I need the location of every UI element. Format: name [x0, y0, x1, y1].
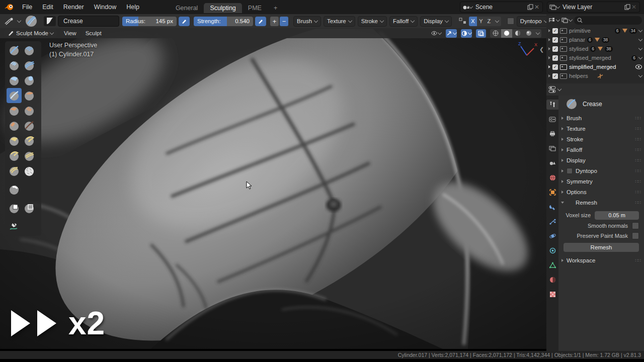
stroke-dropdown[interactable]: Stroke — [358, 16, 387, 27]
brush-clay[interactable] — [7, 58, 22, 73]
brush-dropdown[interactable]: Brush — [293, 16, 321, 27]
expand-icon[interactable] — [548, 74, 550, 77]
display-dropdown[interactable]: Display — [420, 16, 452, 27]
mirror-options-dropdown[interactable] — [493, 17, 501, 26]
collection-checkbox[interactable]: ✓ — [552, 73, 558, 79]
brush-inflate[interactable] — [22, 73, 37, 88]
brush-scrape[interactable] — [7, 118, 22, 133]
brush-snake-hook[interactable] — [7, 148, 22, 163]
properties-editor-type-button[interactable] — [546, 83, 644, 96]
tab-modifiers[interactable] — [546, 202, 558, 212]
panel-texture[interactable]: Texture∷∷ — [558, 123, 644, 134]
panel-grip-icon[interactable]: ∷∷ — [635, 179, 641, 184]
tab-object[interactable] — [546, 187, 558, 197]
brush-flatten[interactable] — [22, 103, 37, 118]
brush-crease[interactable] — [7, 88, 22, 103]
shading-rendered-button[interactable] — [523, 29, 534, 38]
panel-grip-icon[interactable]: ∷∷ — [635, 126, 641, 131]
collection-checkbox[interactable]: ✓ — [552, 46, 558, 52]
mirror-x-toggle[interactable]: X — [469, 17, 477, 26]
panel-workspace[interactable]: Workspace∷∷ — [558, 255, 644, 265]
panel-grip-icon[interactable]: ∷∷ — [635, 200, 641, 205]
tab-output[interactable] — [546, 129, 558, 139]
falloff-curve-icon[interactable] — [44, 16, 56, 26]
tab-scene[interactable] — [546, 158, 558, 168]
panel-falloff[interactable]: Falloff∷∷ — [558, 144, 644, 155]
direction-subtract-button[interactable]: − — [280, 17, 288, 26]
panel-grip-icon[interactable]: ∷∷ — [635, 168, 641, 173]
tab-view-layer[interactable] — [546, 143, 558, 153]
shading-material-button[interactable] — [512, 29, 523, 38]
outliner-display-mode-button[interactable] — [561, 17, 572, 23]
tool-annotate[interactable] — [7, 219, 22, 234]
texture-dropdown[interactable]: Texture — [324, 16, 355, 27]
mirror-z-toggle[interactable]: Z — [485, 17, 493, 26]
panel-brush[interactable]: Brush∷∷ — [558, 113, 644, 123]
brush-smooth[interactable] — [7, 103, 22, 118]
tab-object-data[interactable] — [546, 260, 558, 270]
blender-logo-icon[interactable] — [4, 3, 14, 11]
falloff-dropdown[interactable]: Falloff — [389, 16, 418, 27]
scene-name[interactable]: Scene — [472, 4, 527, 11]
strength-pressure-toggle[interactable] — [255, 17, 266, 26]
panel-grip-icon[interactable]: ∷∷ — [635, 190, 641, 195]
brush-name-field[interactable]: Crease — [58, 16, 119, 27]
panel-grip-icon[interactable]: ∷∷ — [635, 116, 641, 121]
tab-render[interactable] — [546, 114, 558, 124]
brush-pose[interactable] — [7, 163, 22, 178]
outliner-row-helpers[interactable]: ✓ helpers — [546, 71, 644, 80]
menu-render[interactable]: Render — [58, 4, 89, 11]
dyntopo-checkbox[interactable] — [507, 18, 514, 25]
tab-physics[interactable] — [546, 231, 558, 241]
expand-icon[interactable] — [548, 65, 550, 68]
brush-blob[interactable] — [22, 88, 37, 103]
radius-pressure-toggle[interactable] — [179, 17, 190, 26]
panel-grip-icon[interactable]: ∷∷ — [635, 158, 641, 163]
sculpt-menu[interactable]: Sculpt — [82, 29, 105, 38]
brush-mask[interactable] — [7, 182, 22, 197]
menu-file[interactable]: File — [17, 4, 37, 11]
tab-texture[interactable] — [546, 289, 558, 299]
brush-clay-strips[interactable] — [22, 58, 37, 73]
expand-icon[interactable] — [548, 47, 550, 50]
strength-slider[interactable]: Strength: 0.540 — [194, 17, 253, 26]
object-visibility-dropdown[interactable] — [431, 29, 442, 38]
unlink-scene-icon[interactable]: ✕ — [533, 4, 540, 11]
brush-draw-sharp[interactable] — [22, 43, 37, 58]
tool-box-hide[interactable] — [22, 201, 37, 216]
brush-grab[interactable] — [7, 133, 22, 148]
outliner-row-stylised[interactable]: ✓ stylised 6 38 — [546, 44, 644, 53]
brush-layer[interactable] — [7, 73, 22, 88]
panel-grip-icon[interactable]: ∷∷ — [635, 147, 641, 152]
add-workspace-button[interactable]: + — [268, 3, 283, 13]
view-layer-selector[interactable]: View Layer ✕ — [547, 2, 640, 13]
outliner-row-simplified-merged[interactable]: ✓ simplified_merged — [546, 62, 644, 71]
scene-selector[interactable]: Scene ✕ — [460, 2, 543, 13]
panel-display[interactable]: Display∷∷ — [558, 155, 644, 165]
dyntopo-panel-checkbox[interactable] — [567, 168, 573, 174]
smooth-normals-checkbox[interactable] — [632, 222, 639, 229]
panel-grip-icon[interactable]: ∷∷ — [635, 258, 641, 263]
tab-constraints[interactable] — [546, 245, 558, 255]
shading-options-dropdown[interactable] — [534, 29, 541, 38]
collection-checkbox[interactable]: ✓ — [552, 64, 558, 70]
panel-symmetry[interactable]: Symmetry∷∷ — [558, 176, 644, 187]
brush-elastic-deform[interactable] — [22, 133, 37, 148]
tab-material[interactable] — [546, 275, 558, 285]
new-view-layer-icon[interactable] — [624, 4, 630, 10]
collection-checkbox[interactable]: ✓ — [552, 55, 558, 61]
brush-preview-icon[interactable] — [25, 15, 38, 28]
tab-tool[interactable] — [546, 100, 558, 110]
gizmos-toggle[interactable] — [446, 29, 457, 38]
preserve-paint-mask-checkbox[interactable] — [632, 232, 639, 239]
menu-help[interactable]: Help — [121, 4, 144, 11]
tool-box-mask[interactable] — [7, 201, 22, 216]
viewport-3d[interactable]: User Perspective (1) Cylinder.017 Z X ❮ — [0, 28, 546, 349]
panel-grip-icon[interactable]: ∷∷ — [635, 137, 641, 142]
voxel-size-field[interactable]: 0.05 m — [595, 211, 639, 220]
brush-thumb[interactable] — [22, 148, 37, 163]
panel-stroke[interactable]: Stroke∷∷ — [558, 134, 644, 144]
shading-solid-button[interactable] — [501, 29, 512, 38]
mirror-y-toggle[interactable]: Y — [477, 17, 485, 26]
brush-multiplane-scrape[interactable] — [22, 118, 37, 133]
